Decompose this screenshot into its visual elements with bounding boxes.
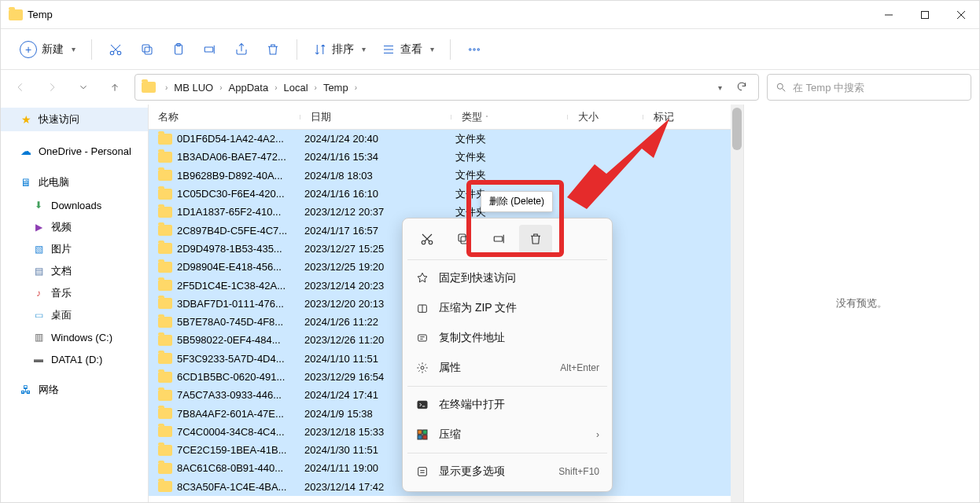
ctx-delete-button[interactable] [519, 225, 552, 253]
cloud-icon: ☁ [20, 145, 32, 157]
ctx-copy-path[interactable]: 复制文件地址 [407, 323, 607, 353]
sidebar-desktop[interactable]: ▭桌面 [1, 304, 148, 326]
folder-icon [158, 317, 172, 328]
file-date: 2024/1/8 18:03 [301, 170, 452, 182]
file-name: 7A5C7A33-0933-446... [177, 389, 301, 401]
svg-rect-6 [145, 47, 152, 54]
search-icon [776, 82, 787, 93]
ctx-rename-button[interactable] [483, 225, 516, 253]
sidebar-drive-c[interactable]: ▥Windows (C:) [1, 326, 148, 348]
col-date[interactable]: 日期 [301, 110, 452, 124]
delete-button[interactable] [257, 35, 289, 64]
file-name: 7CE2C159-1BEA-41B... [177, 444, 301, 456]
toolbar: +新建▾ 排序▾ 查看▾ [1, 29, 979, 70]
sort-button[interactable]: 排序▾ [305, 35, 374, 64]
folder-icon [158, 243, 172, 254]
ctx-terminal[interactable]: 在终端中打开 [407, 390, 607, 420]
view-button[interactable]: 查看▾ [374, 35, 442, 64]
back-button[interactable] [9, 75, 32, 99]
sidebar-drive-d[interactable]: ▬DATA1 (D:) [1, 348, 148, 370]
chevron-right-icon: › [596, 429, 599, 440]
file-date: 2024/1/16 15:34 [301, 151, 452, 163]
desktop-icon: ▭ [32, 309, 45, 321]
close-button[interactable] [943, 1, 979, 29]
pin-icon [415, 271, 429, 285]
up-button[interactable] [103, 75, 127, 99]
search-input[interactable] [793, 82, 963, 94]
ctx-copy-button[interactable] [447, 225, 480, 253]
col-type[interactable]: 类型˄ [452, 110, 569, 124]
folder-icon [158, 262, 172, 273]
folder-icon [158, 207, 172, 218]
file-name: 2D98904E-E418-456... [177, 261, 301, 273]
svg-rect-29 [418, 401, 427, 408]
sidebar-quick-access[interactable]: ★ 快速访问 [1, 108, 148, 131]
forward-button[interactable] [40, 75, 64, 99]
sidebar-videos[interactable]: ▶视频 [1, 216, 148, 238]
folder-icon [158, 152, 172, 163]
table-row[interactable]: 1B3ADA06-BAE7-472...2024/1/16 15:34文件夹 [149, 148, 731, 166]
breadcrumb[interactable]: › MB LUO › AppData › Local › Temp › ▾ [134, 74, 759, 101]
cut-button[interactable] [100, 35, 131, 64]
more-icon [415, 464, 429, 479]
sidebar: ★ 快速访问 ☁ OneDrive - Personal 🖥 此电脑 ⬇Down… [1, 105, 149, 502]
breadcrumb-seg[interactable]: Local [283, 82, 308, 94]
new-button[interactable]: +新建▾ [12, 35, 83, 64]
svg-point-15 [470, 48, 471, 50]
breadcrumb-seg[interactable]: Temp [323, 82, 348, 94]
more-button[interactable] [459, 35, 490, 64]
file-name: 1B3ADA06-BAE7-472... [177, 151, 301, 163]
folder-icon [158, 372, 172, 383]
svg-rect-1 [922, 11, 929, 18]
paste-button[interactable] [163, 35, 194, 64]
sidebar-music[interactable]: ♪音乐 [1, 282, 148, 304]
col-size[interactable]: 大小 [569, 110, 644, 124]
refresh-button[interactable] [731, 81, 752, 94]
table-row[interactable]: 0D1F6D54-1A42-4A2...2024/1/24 20:40文件夹 [149, 130, 731, 148]
minimize-button[interactable] [871, 1, 907, 29]
copy-button[interactable] [131, 35, 163, 64]
file-date: 2023/12/12 20:37 [301, 206, 452, 218]
sidebar-network[interactable]: 🖧 网络 [1, 378, 148, 402]
nav-row: › MB LUO › AppData › Local › Temp › ▾ [1, 70, 979, 105]
picture-icon: ▧ [32, 243, 45, 255]
context-menu: 固定到快速访问 压缩为 ZIP 文件 复制文件地址 属性 Alt+Enter 在… [402, 218, 613, 492]
table-row[interactable]: 1B9628B9-D892-40A...2024/1/8 18:03文件夹 [149, 167, 731, 185]
ctx-compress[interactable]: 压缩 › [407, 420, 607, 450]
ctx-zip[interactable]: 压缩为 ZIP 文件 [407, 293, 607, 323]
folder-icon [158, 280, 172, 291]
col-name[interactable]: 名称 [149, 110, 301, 124]
svg-point-16 [473, 48, 475, 50]
ctx-properties[interactable]: 属性 Alt+Enter [407, 353, 607, 383]
star-icon: ★ [20, 113, 32, 126]
sidebar-pictures[interactable]: ▧图片 [1, 238, 148, 260]
folder-icon [158, 134, 172, 145]
file-type: 文件夹 [452, 168, 569, 182]
delete-tooltip: 删除 (Delete) [481, 191, 553, 212]
search-box[interactable] [767, 74, 971, 101]
svg-rect-33 [423, 435, 427, 439]
breadcrumb-seg[interactable]: MB LUO [174, 82, 213, 94]
ctx-more[interactable]: 显示更多选项 Shift+F10 [407, 457, 607, 486]
breadcrumb-seg[interactable]: AppData [229, 82, 269, 94]
sidebar-this-pc[interactable]: 🖥 此电脑 [1, 171, 148, 194]
sidebar-downloads[interactable]: ⬇Downloads [1, 194, 148, 216]
ctx-cut-button[interactable] [411, 225, 444, 253]
sidebar-documents[interactable]: ▤文档 [1, 260, 148, 282]
sidebar-onedrive[interactable]: ☁ OneDrive - Personal [1, 139, 148, 163]
col-tag[interactable]: 标记 [644, 110, 731, 124]
file-name: 6CD1B5BC-0620-491... [177, 371, 301, 383]
drive-icon: ▬ [32, 353, 45, 365]
share-button[interactable] [226, 35, 257, 64]
scrollbar[interactable] [731, 105, 743, 502]
ctx-pin[interactable]: 固定到快速访问 [407, 263, 607, 293]
rename-button[interactable] [194, 35, 226, 64]
folder-icon [158, 463, 172, 474]
table-row[interactable]: 1C05DC30-F6E4-420...2024/1/16 16:10文件夹 [149, 185, 731, 203]
maximize-button[interactable] [907, 1, 943, 29]
folder-icon [158, 426, 172, 437]
folder-icon [142, 82, 156, 93]
folder-icon [9, 9, 23, 20]
recent-dropdown[interactable] [72, 75, 95, 99]
breadcrumb-dropdown[interactable]: ▾ [713, 83, 727, 92]
